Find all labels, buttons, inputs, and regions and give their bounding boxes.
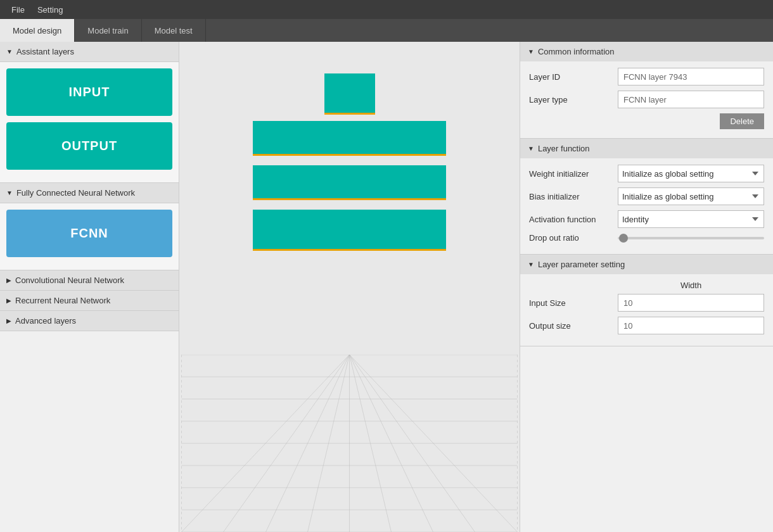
cnn-label: Convolutional Neural Network [15,276,124,285]
sidebar: ▼ Assistant layers INPUT OUTPUT ▼ Fully … [0,42,179,532]
weight-init-row: Weight initializer Initialize as global … [529,165,764,182]
advanced-arrow: ▶ [6,317,11,324]
rnn-header[interactable]: ▶ Recurrent Neural Network [0,291,179,310]
fcnn-section: ▼ Fully Connected Neural Network FCNN [0,183,179,270]
common-info-label: Common information [538,47,615,56]
layer-param-header[interactable]: ▼ Layer parameter setting [520,255,773,274]
nn-medium-layer[interactable] [253,121,446,156]
grid-canvas [179,355,520,532]
layer-param-content: Width Input Size Output size [520,274,773,346]
cnn-arrow: ▶ [6,277,11,284]
width-label-row: Width [529,281,764,290]
layer-type-input[interactable] [618,91,764,108]
output-size-row: Output size [529,317,764,334]
dropout-slider-track[interactable] [618,237,764,239]
layer-param-arrow: ▼ [528,261,534,268]
advanced-section: ▶ Advanced layers [0,311,179,331]
tab-bar: Model design Model train Model test [0,19,773,42]
input-size-input[interactable] [618,294,764,312]
dropout-row: Drop out ratio [529,233,764,243]
activation-label: Activation function [529,215,618,224]
layer-param-label: Layer parameter setting [538,260,625,269]
output-layer-block[interactable]: OUTPUT [6,122,172,170]
dropout-label: Drop out ratio [529,233,618,243]
main-layout: ▼ Assistant layers INPUT OUTPUT ▼ Fully … [0,42,773,532]
nn-medium2-layer[interactable] [253,165,446,200]
weight-init-label: Weight initializer [529,169,618,179]
tab-model-design[interactable]: Model design [0,19,75,42]
layer-id-row: Layer ID [529,68,764,86]
bias-init-select[interactable]: Initialize as global setting [618,187,764,205]
common-info-arrow: ▼ [528,48,534,55]
assistant-layers-arrow: ▼ [6,48,13,55]
assistant-layers-header[interactable]: ▼ Assistant layers [0,42,179,62]
right-panel: ▼ Common information Layer ID Layer type… [520,42,773,532]
output-size-label: Output size [529,321,618,331]
canvas-area[interactable] [179,42,520,532]
common-info-section: ▼ Common information Layer ID Layer type… [520,42,773,139]
layer-function-header[interactable]: ▼ Layer function [520,139,773,158]
tab-model-train[interactable]: Model train [75,19,141,42]
layer-function-section: ▼ Layer function Weight initializer Init… [520,139,773,255]
common-info-header[interactable]: ▼ Common information [520,42,773,61]
activation-row: Activation function Identity [529,210,764,228]
bias-init-row: Bias initializer Initialize as global se… [529,187,764,205]
input-size-label: Input Size [529,298,618,308]
assistant-layers-section: ▼ Assistant layers INPUT OUTPUT [0,42,179,183]
assistant-layers-content: INPUT OUTPUT [0,62,179,182]
menu-bar: File Setting [0,0,773,19]
grid-svg [179,355,520,532]
menu-file[interactable]: File [5,3,31,17]
tab-model-test[interactable]: Model test [142,19,206,42]
layer-id-label: Layer ID [529,72,618,82]
weight-init-select[interactable]: Initialize as global setting [618,165,764,182]
fcnn-arrow: ▼ [6,189,13,196]
layer-function-label: Layer function [538,144,590,153]
layer-function-content: Weight initializer Initialize as global … [520,158,773,254]
nn-layers-container [179,73,520,251]
delete-button[interactable]: Delete [720,113,764,129]
nn-small-layer[interactable] [324,73,375,115]
output-size-input[interactable] [618,317,764,334]
layer-function-arrow: ▼ [528,145,534,152]
fcnn-label: Fully Connected Neural Network [16,188,135,198]
input-size-row: Input Size [529,294,764,312]
nn-large-layer[interactable] [253,210,446,251]
advanced-header[interactable]: ▶ Advanced layers [0,311,179,331]
width-label: Width [618,281,764,290]
advanced-label: Advanced layers [15,316,76,326]
assistant-layers-label: Assistant layers [16,47,74,56]
rnn-label: Recurrent Neural Network [15,296,110,305]
fcnn-layer-block[interactable]: FCNN [6,210,172,257]
dropout-slider-thumb[interactable] [619,234,628,243]
layer-type-row: Layer type [529,91,764,108]
rnn-arrow: ▶ [6,297,11,304]
layer-param-section: ▼ Layer parameter setting Width Input Si… [520,255,773,346]
layer-type-label: Layer type [529,95,618,104]
activation-select[interactable]: Identity [618,210,764,228]
input-layer-block[interactable]: INPUT [6,68,172,116]
rnn-section: ▶ Recurrent Neural Network [0,291,179,311]
cnn-header[interactable]: ▶ Convolutional Neural Network [0,270,179,290]
fcnn-content: FCNN [0,203,179,270]
menu-setting[interactable]: Setting [31,3,69,17]
bias-init-label: Bias initializer [529,192,618,201]
layer-id-input[interactable] [618,68,764,86]
common-info-content: Layer ID Layer type Delete [520,61,773,138]
fcnn-header[interactable]: ▼ Fully Connected Neural Network [0,183,179,203]
cnn-section: ▶ Convolutional Neural Network [0,270,179,291]
